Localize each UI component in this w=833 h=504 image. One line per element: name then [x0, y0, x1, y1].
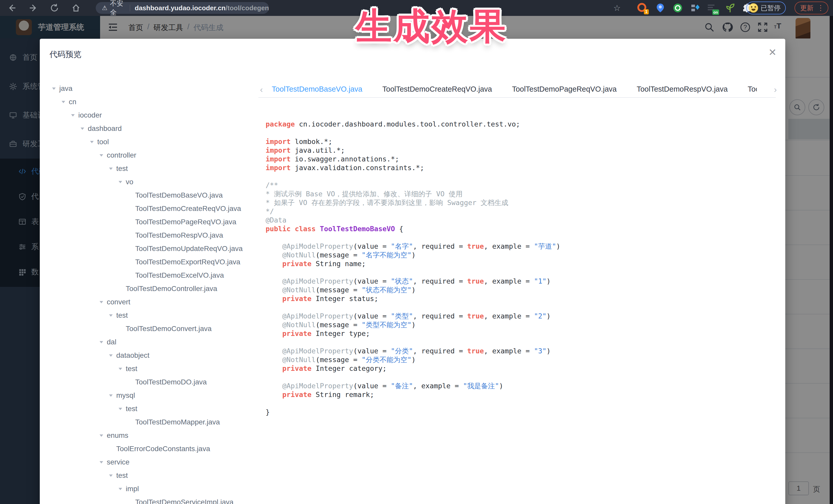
tree-file-ToolTestDemoExportReqVO.java[interactable]: ToolTestDemoExportReqVO.java	[50, 255, 257, 269]
tab-ToolTestDemoRespVO.java[interactable]: ToolTestDemoRespVO.java	[637, 82, 728, 98]
tree-file-ToolTestDemoConvert.java[interactable]: ToolTestDemoConvert.java	[50, 322, 257, 335]
profile-avatar-emoji	[749, 3, 758, 13]
caret-down-icon	[119, 181, 122, 183]
tree-folder-java[interactable]: java	[50, 82, 257, 95]
tree-node-label: service	[107, 458, 129, 466]
tree-node-label: cn	[69, 98, 76, 106]
chrome-update-button[interactable]: 更新 ⋮	[794, 2, 828, 15]
reload-icon[interactable]	[50, 3, 59, 13]
forward-icon[interactable]	[29, 3, 38, 13]
code-line	[266, 233, 776, 242]
tree-file-ToolErrorCodeConstants.java[interactable]: ToolErrorCodeConstants.java	[50, 442, 257, 456]
url-bar[interactable]: ⚠ 不安全 dashboard.yudao.iocoder.cn/tool/co…	[96, 2, 269, 14]
extension-icon-orange[interactable]: 1	[637, 3, 647, 13]
caret-down-icon	[71, 114, 75, 117]
tree-file-ToolTestDemoBaseVO.java[interactable]: ToolTestDemoBaseVO.java	[50, 189, 257, 202]
tree-folder-test[interactable]: test	[50, 402, 257, 415]
extension-icon-list-on[interactable]: on	[706, 3, 717, 13]
caret-down-icon	[109, 168, 113, 170]
not-secure-warning-icon[interactable]: ⚠	[102, 4, 108, 11]
extension-icon-plant[interactable]	[725, 3, 736, 13]
close-icon[interactable]: ✕	[768, 47, 777, 57]
profile-paused-label: 已暂停	[761, 4, 781, 13]
tree-node-label: ToolTestDemoController.java	[126, 285, 217, 293]
tree-folder-tool[interactable]: tool	[50, 135, 257, 149]
tree-node-label: test	[126, 365, 137, 373]
tree-file-ToolTestDemoDO.java[interactable]: ToolTestDemoDO.java	[50, 376, 257, 389]
tree-file-ToolTestDemoRespVO.java[interactable]: ToolTestDemoRespVO.java	[50, 229, 257, 242]
home-icon[interactable]	[71, 3, 80, 13]
code-line	[266, 303, 776, 312]
tree-file-ToolTestDemoCreateReqVO.java[interactable]: ToolTestDemoCreateReqVO.java	[50, 202, 257, 215]
tree-node-label: test	[116, 165, 128, 173]
tree-node-label: ToolTestDemoDO.java	[135, 378, 207, 386]
url-path[interactable]: /tool/codegen	[225, 4, 269, 12]
code-block[interactable]: package cn.iocoder.dashboard.modules.too…	[266, 120, 776, 504]
tree-node-label: ToolErrorCodeConstants.java	[116, 445, 210, 453]
tree-folder-mysql[interactable]: mysql	[50, 389, 257, 402]
tree-node-label: ToolTestDemoConvert.java	[126, 325, 212, 333]
tab-ToolTestDemoPageReqVO.java[interactable]: ToolTestDemoPageReqVO.java	[512, 82, 617, 98]
extension-icon-green-circle[interactable]	[672, 3, 683, 13]
code-line	[266, 268, 776, 277]
extension-icon-gem[interactable]	[690, 3, 700, 13]
back-icon[interactable]	[7, 3, 17, 13]
profile-paused-chip[interactable]: 已暂停	[746, 2, 786, 15]
code-line: private String remark;	[266, 390, 776, 399]
tree-node-label: ToolTestDemoUpdateReqVO.java	[135, 244, 243, 253]
tab-ToolTestDemoUpdateReqVO.java[interactable]: ToolTestDemoUpdateReqVO.java	[748, 82, 757, 98]
browser-menu-icon[interactable]: ⋮	[817, 6, 824, 10]
tree-folder-cn[interactable]: cn	[50, 95, 257, 109]
code-line: import io.swagger.annotations.*;	[266, 155, 776, 164]
tree-file-ToolTestDemoUpdateReqVO.java[interactable]: ToolTestDemoUpdateReqVO.java	[50, 242, 257, 255]
code-line: * 如果子 VO 存在差异的字段，请不要添加到这里，影响 Swagger 文档生…	[266, 198, 776, 207]
bookmark-star-icon[interactable]: ☆	[613, 3, 621, 13]
code-line: @ApiModelProperty(value = "名字", required…	[266, 242, 776, 251]
tree-file-ToolTestDemoExcelVO.java[interactable]: ToolTestDemoExcelVO.java	[50, 269, 257, 282]
code-line: @Data	[266, 216, 776, 224]
tree-folder-iocoder[interactable]: iocoder	[50, 109, 257, 122]
tree-file-ToolTestDemoServiceImpl.java[interactable]: ToolTestDemoServiceImpl.java	[50, 496, 257, 504]
url-domain[interactable]: dashboard.yudao.iocoder.cn	[135, 4, 225, 12]
tabs-prev-icon[interactable]: ‹	[260, 85, 263, 94]
tree-file-ToolTestDemoPageReqVO.java[interactable]: ToolTestDemoPageReqVO.java	[50, 215, 257, 229]
tree-folder-vo[interactable]: vo	[50, 175, 257, 189]
code-line: }	[266, 408, 776, 416]
tab-ToolTestDemoBaseVO.java[interactable]: ToolTestDemoBaseVO.java	[272, 82, 362, 98]
code-line	[266, 338, 776, 347]
tree-folder-convert[interactable]: convert	[50, 295, 257, 309]
caret-down-icon	[109, 475, 113, 477]
tree-file-ToolTestDemoController.java[interactable]: ToolTestDemoController.java	[50, 282, 257, 295]
tree-folder-service[interactable]: service	[50, 456, 257, 469]
tree-folder-dal[interactable]: dal	[50, 335, 257, 349]
code-line: @ApiModelProperty(value = "状态", required…	[266, 277, 776, 286]
tree-folder-test[interactable]: test	[50, 309, 257, 322]
tree-folder-dataobject[interactable]: dataobject	[50, 349, 257, 362]
not-secure-label[interactable]: 不安全	[110, 0, 125, 17]
tree-folder-controller[interactable]: controller	[50, 149, 257, 162]
tree-folder-impl[interactable]: impl	[50, 482, 257, 496]
caret-down-icon	[52, 88, 56, 90]
tree-file-ToolTestDemoMapper.java[interactable]: ToolTestDemoMapper.java	[50, 415, 257, 429]
tree-node-label: enums	[107, 431, 128, 439]
tree-folder-test[interactable]: test	[50, 469, 257, 482]
tree-node-label: ToolTestDemoBaseVO.java	[135, 191, 223, 199]
tree-folder-test[interactable]: test	[50, 362, 257, 376]
tree-folder-enums[interactable]: enums	[50, 429, 257, 442]
tab-ToolTestDemoCreateReqVO.java[interactable]: ToolTestDemoCreateReqVO.java	[382, 82, 492, 98]
file-tree: javacniocoderdashboardtoolcontrollertest…	[50, 82, 257, 504]
tree-node-label: vo	[126, 178, 134, 186]
extension-icon-pin[interactable]	[655, 3, 666, 13]
code-line: * 测试示例 Base VO，提供给添加、修改、详细的子 VO 使用	[266, 190, 776, 198]
tree-folder-test[interactable]: test	[50, 162, 257, 175]
tabs-next-icon[interactable]: ›	[774, 85, 777, 94]
caret-down-icon	[109, 394, 113, 397]
tree-folder-dashboard[interactable]: dashboard	[50, 122, 257, 135]
code-line: private String name;	[266, 260, 776, 268]
caret-down-icon	[90, 141, 94, 143]
code-line: @NotNull(message = "类型不能为空")	[266, 320, 776, 329]
caret-down-icon	[62, 101, 65, 103]
caret-down-icon	[109, 314, 113, 317]
code-line: @ApiModelProperty(value = "分类", required…	[266, 347, 776, 355]
tree-node-label: dashboard	[88, 124, 122, 133]
